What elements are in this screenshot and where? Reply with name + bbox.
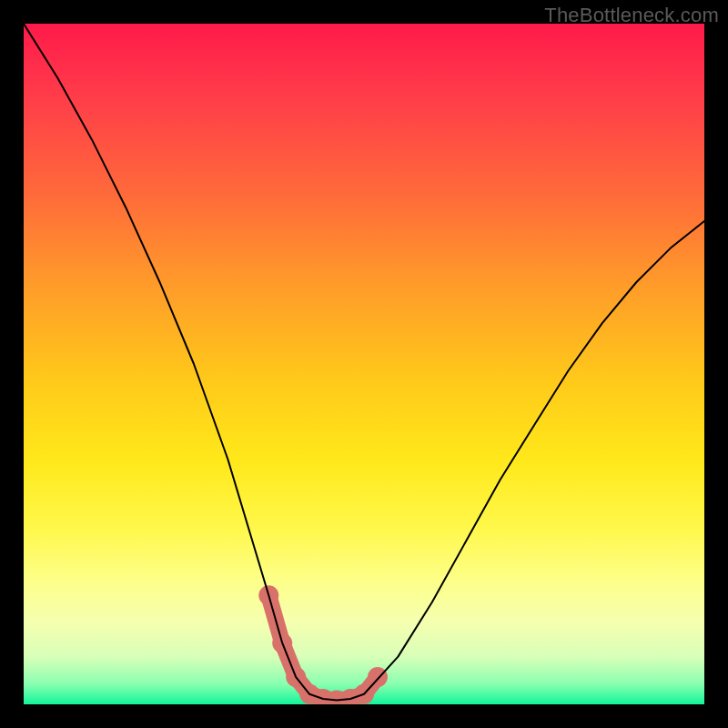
bottleneck-curve	[24, 24, 704, 701]
plot-area	[24, 24, 704, 704]
highlight-series	[258, 585, 388, 704]
chart-frame: TheBottleneck.com	[0, 0, 728, 728]
curve-layer	[24, 24, 704, 704]
